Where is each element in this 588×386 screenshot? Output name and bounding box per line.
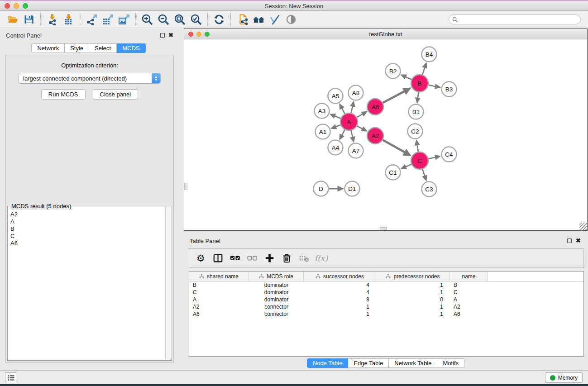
table-cell[interactable]: 0 (376, 296, 450, 303)
graph-node-C2[interactable]: C2 (408, 124, 423, 139)
minimize-window-button[interactable] (14, 3, 19, 9)
zoom-in-icon[interactable] (139, 13, 155, 26)
tab-motifs[interactable]: Motifs (437, 358, 464, 368)
import-network-icon[interactable] (44, 13, 60, 26)
graph-edge-C-C3[interactable] (422, 168, 427, 181)
table-cell[interactable]: A2 (450, 304, 488, 310)
graph-edge-A-A3[interactable] (330, 114, 342, 119)
table-cell[interactable]: 4 (304, 282, 376, 288)
network-minimize-button[interactable] (196, 32, 201, 37)
table-cell[interactable]: 1 (304, 304, 376, 310)
graph-edge-C-C1[interactable] (400, 164, 412, 169)
graph-edge-A-A7[interactable] (350, 129, 355, 143)
graph-node-B2[interactable]: B2 (386, 64, 401, 79)
search-input[interactable] (458, 16, 577, 23)
table-cell[interactable]: B (450, 282, 488, 288)
graph-edge-C-C4[interactable] (427, 155, 441, 160)
close-window-button[interactable] (5, 3, 10, 9)
graph-node-A8[interactable]: A8 (349, 86, 363, 100)
graph-node-C3[interactable]: C3 (422, 182, 437, 197)
open-session-icon[interactable] (5, 13, 21, 26)
table-cell[interactable]: 8 (304, 296, 376, 303)
result-scrollbar[interactable] (165, 207, 171, 360)
toggle-bird-eye-icon[interactable] (283, 13, 299, 26)
graph-edge-A-A2[interactable] (356, 125, 368, 132)
graph-node-A2[interactable]: A2 (367, 128, 383, 144)
left-toolbar-handle[interactable] (184, 183, 187, 190)
graph-node-A7[interactable]: A7 (349, 143, 363, 158)
column-header-successor-nodes[interactable]: successor nodes (304, 272, 376, 281)
graph-node-D[interactable]: D (314, 181, 329, 196)
column-header-MCDS-role[interactable]: MCDS role (249, 272, 304, 281)
table-float-panel-icon[interactable] (567, 238, 572, 243)
zoom-selected-icon[interactable] (188, 13, 204, 26)
graph-edge-B-B2[interactable] (400, 74, 412, 80)
table-cell[interactable]: 1 (376, 311, 450, 317)
save-session-icon[interactable] (21, 13, 37, 26)
graph-node-D1[interactable]: D1 (345, 181, 360, 196)
table-cell[interactable]: 1 (376, 282, 450, 288)
mcds-result-item[interactable]: B (8, 225, 165, 233)
table-cell[interactable]: A (189, 296, 249, 303)
graph-node-B3[interactable]: B3 (442, 82, 457, 97)
graph-edge-A-A6[interactable] (356, 111, 368, 118)
tab-node-table[interactable]: Node Table (307, 358, 349, 368)
table-cell[interactable]: C (189, 289, 249, 295)
tab-network[interactable]: Network (31, 43, 65, 53)
open-network-file-icon[interactable] (234, 13, 250, 26)
table-cell[interactable]: dominator (249, 282, 304, 288)
graph-node-A[interactable]: A (340, 113, 358, 130)
table-cell[interactable]: B (189, 282, 249, 288)
graph-node-C[interactable]: C (411, 152, 428, 169)
column-header-name[interactable]: name (450, 272, 488, 281)
graph-edge-D-D1[interactable] (328, 186, 344, 191)
graph-edge-B-B4[interactable] (422, 62, 427, 76)
column-header-shared-name[interactable]: shared name (189, 272, 249, 281)
table-cell[interactable]: 1 (376, 304, 450, 310)
table-cell[interactable]: C (450, 289, 488, 295)
graph-node-A6[interactable]: A6 (367, 99, 383, 115)
network-canvas[interactable]: AA1A2A3A4A5A6A7A8BB1B2B3B4CC1C2C3C4DD1 (184, 39, 587, 230)
table-cell[interactable]: A6 (450, 311, 488, 317)
task-history-button[interactable] (5, 372, 16, 383)
close-panel-button[interactable]: Close panel (93, 89, 139, 100)
graph-node-C4[interactable]: C4 (442, 147, 457, 162)
export-image-icon[interactable] (116, 13, 132, 26)
table-cell[interactable]: 1 (376, 289, 450, 295)
network-close-button[interactable] (188, 32, 193, 37)
graph-edge-A-A4[interactable] (339, 129, 345, 140)
home-icon[interactable] (250, 13, 267, 26)
graph-node-B1[interactable]: B1 (409, 105, 424, 119)
zoom-out-icon[interactable] (155, 13, 172, 26)
mcds-result-item[interactable]: A6 (8, 240, 165, 247)
table-row[interactable]: Bdominator41B (189, 281, 583, 289)
bottom-toolbar-handle[interactable] (380, 227, 387, 230)
settings-icon[interactable]: ⚙ (194, 252, 208, 265)
column-header-predecessor-nodes[interactable]: predecessor nodes (376, 272, 450, 281)
table-cell[interactable]: connector (249, 311, 304, 317)
network-zoom-button[interactable] (205, 32, 210, 37)
table-row[interactable]: A6connector11A6 (189, 310, 583, 318)
zoom-fit-icon[interactable] (172, 13, 188, 26)
tab-select[interactable]: Select (89, 43, 117, 53)
graph-edge-A-A8[interactable] (350, 101, 355, 114)
table-row[interactable]: Adominator80A (189, 296, 583, 303)
table-cell[interactable]: A2 (189, 304, 249, 310)
search-box[interactable] (449, 14, 581, 24)
window-resize-grip[interactable] (579, 223, 587, 230)
select-all-columns-icon[interactable] (228, 252, 242, 265)
refresh-layout-icon[interactable] (211, 13, 227, 26)
graph-edge-C-C2[interactable] (415, 139, 420, 153)
graph-node-C1[interactable]: C1 (386, 165, 401, 180)
graph-edge-B-B3[interactable] (427, 84, 441, 89)
graph-node-A3[interactable]: A3 (315, 104, 330, 119)
graph-edge-A-A1[interactable] (330, 124, 342, 129)
graph-node-B4[interactable]: B4 (422, 47, 437, 62)
delete-column-icon[interactable] (280, 252, 294, 265)
table-cell[interactable]: 4 (304, 289, 376, 295)
table-cell[interactable]: 1 (304, 311, 376, 317)
graph-edge-A-A5[interactable] (339, 103, 345, 115)
table-cell[interactable]: A (450, 296, 488, 303)
mcds-result-item[interactable]: C (8, 233, 165, 240)
export-network-icon[interactable] (83, 13, 100, 26)
